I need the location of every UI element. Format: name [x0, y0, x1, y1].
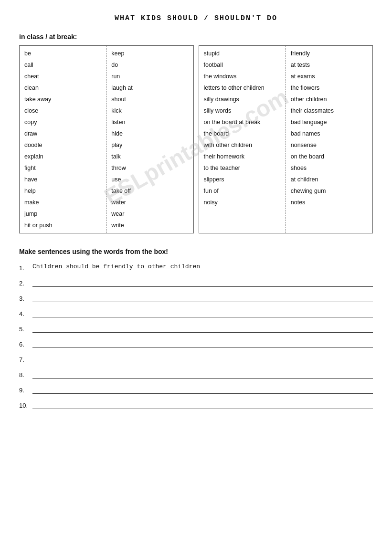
sentence-number: 2.	[19, 280, 32, 287]
list-item: take off	[111, 186, 188, 196]
list-item: jump	[24, 209, 101, 219]
list-item: bad language	[291, 117, 368, 127]
list-item: on the board	[291, 152, 368, 161]
list-item: laugh at	[111, 83, 188, 93]
sentence-number: 7.	[19, 356, 32, 363]
sentence-number: 9.	[19, 387, 32, 394]
sentence-row: 4.	[19, 309, 373, 317]
list-item: friendly	[291, 49, 368, 58]
list-item: at exams	[291, 72, 368, 81]
list-item: hide	[111, 129, 188, 138]
word-box-2: stupidfootballthe windowsletters to othe…	[199, 45, 373, 233]
list-item: run	[111, 72, 188, 81]
list-item: slippers	[204, 175, 281, 184]
sentence-row: 8.	[19, 370, 373, 379]
list-item: kick	[111, 106, 188, 116]
list-item: listen	[111, 117, 188, 127]
list-item: clean	[24, 83, 101, 93]
sentence-line[interactable]: Children should be friendly to other chi…	[32, 263, 373, 272]
list-item: other children	[291, 95, 368, 104]
list-item: wear	[111, 209, 188, 219]
list-item: nonsense	[291, 140, 368, 150]
list-item: their homework	[204, 152, 281, 161]
sentence-row: 1.Children should be friendly to other c…	[19, 263, 373, 272]
list-item: use	[111, 175, 188, 184]
sentence-line[interactable]	[32, 355, 373, 363]
sentence-number: 1.	[19, 264, 32, 272]
word-boxes-container: becallcheatcleantake awayclosecopydrawdo…	[19, 45, 373, 233]
sentence-row: 9.	[19, 385, 373, 394]
sentence-line[interactable]	[32, 339, 373, 348]
list-item: throw	[111, 163, 188, 173]
list-item: chewing gum	[291, 186, 368, 196]
sentence-line[interactable]	[32, 324, 373, 333]
list-item: silly words	[204, 106, 281, 116]
list-item: do	[111, 60, 188, 70]
list-item: make	[24, 198, 101, 207]
list-item: at tests	[291, 60, 368, 70]
list-item: explain	[24, 152, 101, 161]
list-item: hit or push	[24, 221, 101, 230]
list-item: water	[111, 198, 188, 207]
sentence-line[interactable]	[32, 278, 373, 287]
list-item: noisy	[204, 198, 281, 207]
list-item: copy	[24, 117, 101, 127]
list-item: notes	[291, 198, 368, 207]
sentences-title: Make sentences using the words from the …	[19, 248, 373, 255]
sentence-line[interactable]	[32, 385, 373, 394]
sentence-number: 8.	[19, 371, 32, 379]
list-item: be	[24, 49, 101, 58]
list-item: write	[111, 221, 188, 230]
sentence-number: 6.	[19, 341, 32, 348]
list-item: cheat	[24, 72, 101, 81]
sentences-container: 1.Children should be friendly to other c…	[19, 263, 373, 409]
list-item: bad names	[291, 129, 368, 138]
page-title: WHAT KIDS SHOULD / SHOULDN'T DO	[19, 14, 373, 22]
list-item: shout	[111, 95, 188, 104]
list-item: fun of	[204, 186, 281, 196]
list-item: their classmates	[291, 106, 368, 116]
word-col-1-2: keepdorunlaugh atshoutkicklistenhideplay…	[106, 46, 193, 233]
list-item: the flowers	[291, 83, 368, 93]
list-item: have	[24, 175, 101, 184]
sentence-number: 10.	[19, 402, 32, 409]
word-col-2-1: stupidfootballthe windowsletters to othe…	[199, 46, 286, 233]
list-item: the board	[204, 129, 281, 138]
word-box-1: becallcheatcleantake awayclosecopydrawdo…	[19, 45, 194, 233]
list-item: stupid	[204, 49, 281, 58]
list-item: with other children	[204, 140, 281, 150]
sentence-line[interactable]	[32, 370, 373, 379]
sentence-row: 6.	[19, 339, 373, 348]
sentence-line[interactable]	[32, 294, 373, 302]
list-item: help	[24, 186, 101, 196]
sentence-row: 10.	[19, 400, 373, 409]
sentence-line[interactable]	[32, 309, 373, 317]
list-item: talk	[111, 152, 188, 161]
word-col-1-1: becallcheatcleantake awayclosecopydrawdo…	[20, 46, 106, 233]
list-item: draw	[24, 129, 101, 138]
sentence-row: 3.	[19, 294, 373, 302]
list-item: the windows	[204, 72, 281, 81]
list-item: letters to other children	[204, 83, 281, 93]
list-item: keep	[111, 49, 188, 58]
sentence-row: 5.	[19, 324, 373, 333]
word-col-2-2: friendlyat testsat examsthe flowersother…	[286, 46, 372, 233]
list-item: at children	[291, 175, 368, 184]
list-item: on the board at break	[204, 117, 281, 127]
list-item: close	[24, 106, 101, 116]
sentence-line[interactable]	[32, 400, 373, 409]
sentence-row: 7.	[19, 355, 373, 363]
list-item: take away	[24, 95, 101, 104]
sentence-row: 2.	[19, 278, 373, 287]
list-item: silly drawings	[204, 95, 281, 104]
list-item: call	[24, 60, 101, 70]
list-item: shoes	[291, 163, 368, 173]
sentence-number: 5.	[19, 326, 32, 333]
sentence-number: 3.	[19, 295, 32, 302]
list-item: doodle	[24, 140, 101, 150]
sentence-number: 4.	[19, 310, 32, 317]
section-label: in class / at break:	[19, 33, 373, 41]
sentences-section: Make sentences using the words from the …	[19, 248, 373, 409]
list-item: play	[111, 140, 188, 150]
list-item: to the teacher	[204, 163, 281, 173]
